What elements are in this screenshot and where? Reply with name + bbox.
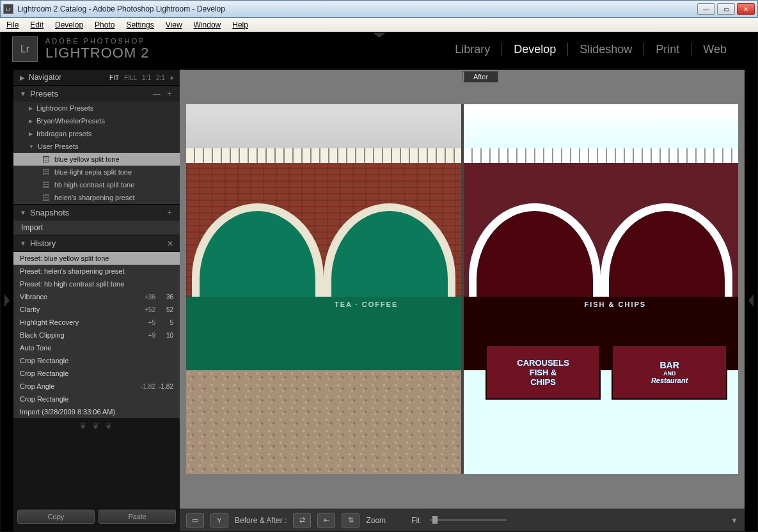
fit-label: Fit [411, 516, 420, 525]
preset-item[interactable]: blue-light sepia split tone [13, 166, 180, 178]
sign-carousels: CAROUSELSFISH &CHIPS [486, 345, 601, 400]
preset-item[interactable]: blue yellow split tone [13, 153, 180, 166]
brand-logo: Lr [12, 36, 38, 62]
window-title: Lightroom 2 Catalog - Adobe Photoshop Li… [17, 4, 697, 13]
history-list: Preset: blue yellow split tone Preset: h… [13, 251, 180, 418]
preset-folder[interactable]: ▶Lightroom Presets [13, 102, 180, 114]
module-print[interactable]: Print [644, 43, 691, 56]
preset-folder[interactable]: ▶Irbdragan presets [13, 127, 180, 140]
preset-item[interactable]: hb high contrast split tone [13, 178, 180, 191]
history-item[interactable]: Highlight Recovery+55 [13, 316, 180, 329]
brand-text: ADOBE PHOTOSHOP LIGHTROOM 2 [45, 37, 150, 61]
presets-minus-icon[interactable]: — [153, 90, 161, 98]
after-label: After [464, 71, 498, 82]
history-item[interactable]: Crop Rectangle [13, 354, 180, 367]
copy-after-button[interactable]: ⇅ [342, 513, 359, 528]
nav-ratio-menu-icon[interactable]: ♦ [170, 74, 173, 81]
preset-item[interactable]: helen's sharpening preset [13, 191, 180, 204]
after-image: FISH & CHIPS CAROUSELSFISH &CHIPS BARAND… [464, 104, 739, 474]
history-item[interactable]: Preset: hb high contrast split tone [13, 278, 180, 290]
menu-bar: File Edit Develop Photo Settings View Wi… [0, 18, 758, 32]
module-slideshow[interactable]: Slideshow [568, 43, 644, 56]
before-image: TEA · COFFEE [186, 104, 461, 474]
history-item[interactable]: Vibrance+3636 [13, 290, 180, 303]
navigator-header[interactable]: ▶ Navigator FIT FILL 1:1 2:1 ♦ [13, 70, 180, 85]
app-icon: Lr [3, 4, 13, 14]
zoom-slider[interactable] [430, 519, 507, 521]
top-panel-collapse-icon[interactable] [373, 33, 386, 38]
presets-header[interactable]: ▼Presets — ＋ [13, 85, 180, 102]
history-item[interactable]: Crop Rectangle [13, 393, 180, 405]
swap-before-button[interactable]: ⇄ [293, 513, 311, 528]
copy-before-button[interactable]: ⇤ [317, 513, 335, 528]
paste-button[interactable]: Paste [99, 510, 176, 524]
presets-list: ▶Lightroom Presets ▶BryanWheelerPresets … [13, 102, 180, 204]
menu-settings[interactable]: Settings [126, 20, 154, 29]
right-edge-collapse[interactable] [745, 70, 757, 531]
history-item[interactable]: Crop Rectangle [13, 367, 180, 380]
history-item[interactable]: Clarity+5252 [13, 303, 180, 316]
presets-plus-icon[interactable]: ＋ [166, 88, 173, 99]
nav-fit[interactable]: FIT [109, 74, 119, 81]
history-item[interactable]: Import (3/28/2009 8:33:06 AM) [13, 405, 180, 418]
history-item[interactable]: Crop Angle-1.82-1.82 [13, 380, 180, 393]
history-item[interactable]: Auto Tone [13, 341, 180, 354]
snapshots-plus-icon[interactable]: ＋ [166, 207, 173, 218]
menu-file[interactable]: File [6, 20, 19, 29]
module-picker: Library Develop Slideshow Print Web [443, 43, 738, 56]
loupe-view-button[interactable]: ▭ [186, 513, 204, 528]
module-develop[interactable]: Develop [502, 43, 567, 56]
nav-fill[interactable]: FILL [124, 74, 137, 81]
window-minimize-button[interactable]: — [697, 3, 715, 15]
zoom-label: Zoom [366, 516, 386, 525]
copy-button[interactable]: Copy [17, 510, 95, 524]
toolbar-menu-icon[interactable]: ▼ [730, 516, 738, 525]
left-panel: ▶ Navigator FIT FILL 1:1 2:1 ♦ ▼Presets … [13, 70, 180, 531]
menu-edit[interactable]: Edit [30, 20, 43, 29]
snapshots-header[interactable]: ▼Snapshots ＋ [13, 204, 180, 221]
snapshot-item[interactable]: Import [13, 221, 180, 235]
left-edge-collapse[interactable] [1, 70, 13, 531]
nav-1to1[interactable]: 1:1 [142, 74, 151, 81]
preset-folder[interactable]: ▶BryanWheelerPresets [13, 114, 180, 127]
sign-bar: BARANDRestaurant [612, 345, 727, 400]
panel-ornament: ❦ ❦ ❦ [13, 418, 180, 434]
menu-view[interactable]: View [166, 20, 182, 29]
toolbar: ▭ Y Before & After : ⇄ ⇤ ⇅ Zoom Fit ▼ [180, 508, 745, 531]
menu-window[interactable]: Window [194, 20, 221, 29]
history-item[interactable]: Preset: helen's sharpening preset [13, 265, 180, 278]
nav-2to1[interactable]: 2:1 [156, 74, 165, 81]
history-header[interactable]: ▼History ✕ [13, 235, 180, 251]
menu-develop[interactable]: Develop [55, 20, 83, 29]
window-maximize-button[interactable]: ▭ [717, 3, 735, 15]
history-clear-icon[interactable]: ✕ [167, 239, 173, 248]
menu-photo[interactable]: Photo [95, 20, 114, 29]
window-close-button[interactable]: ✕ [737, 3, 755, 15]
window-titlebar: Lr Lightroom 2 Catalog - Adobe Photoshop… [0, 0, 758, 18]
menu-help[interactable]: Help [232, 20, 248, 29]
compare-view-button[interactable]: Y [210, 513, 228, 528]
module-web[interactable]: Web [691, 43, 738, 56]
image-compare[interactable]: TEA · COFFEE FISH & CHIPS CAROUSELSFISH … [186, 104, 738, 474]
history-item[interactable]: Preset: blue yellow split tone [13, 252, 180, 265]
module-library[interactable]: Library [443, 43, 501, 56]
center-preview: Before After TEA · COFFEE [180, 70, 745, 531]
history-item[interactable]: Black Clipping+910 [13, 329, 180, 341]
before-after-label: Before & After : [235, 516, 287, 525]
preset-folder[interactable]: ▼User Presets [13, 140, 180, 153]
